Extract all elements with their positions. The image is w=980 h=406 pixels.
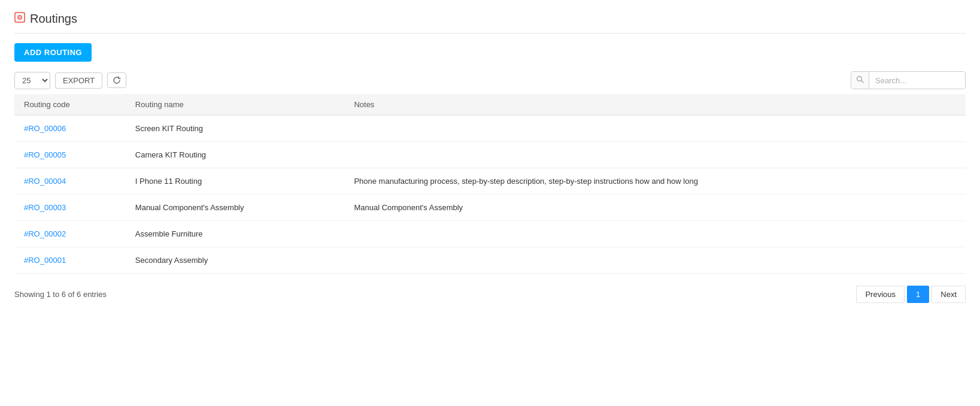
notes-cell: Manual Component's Assembly [344,195,966,221]
table-header-row: Routing code Routing name Notes [14,94,966,116]
showing-text: Showing 1 to 6 of 6 entries [14,290,107,299]
table-header: Routing code Routing name Notes [14,94,966,116]
refresh-icon [113,76,121,84]
table-row: #RO_00004I Phone 11 RoutingPhone manufac… [14,168,966,195]
page-1-button[interactable]: 1 [907,286,929,303]
col-routing-code: Routing code [14,94,126,116]
routing-name-cell: Secondary Assembly [126,247,345,274]
pagination: Previous 1 Next [856,286,966,303]
svg-point-2 [19,17,20,18]
routing-code-link[interactable]: #RO_00002 [24,229,66,238]
table-row: #RO_00001Secondary Assembly [14,247,966,274]
search-container [851,71,966,89]
search-input[interactable] [869,72,965,89]
routing-name-cell: Camera KIT Routing [126,142,345,168]
data-table: Routing code Routing name Notes #RO_0000… [14,94,966,274]
col-routing-name: Routing name [126,94,345,116]
previous-button[interactable]: Previous [856,286,905,303]
routing-code-cell: #RO_00002 [14,221,126,247]
routing-code-link[interactable]: #RO_00005 [24,150,66,159]
table-controls: 25 10 50 100 EXPORT [14,71,966,89]
table-row: #RO_00002Assemble Furniture [14,221,966,247]
refresh-button[interactable] [107,72,126,88]
routing-name-cell: Assemble Furniture [126,221,345,247]
routing-code-cell: #RO_00004 [14,168,126,195]
notes-cell [344,142,966,168]
add-routing-button[interactable]: ADD ROUTING [14,43,92,62]
page-header: Routings [14,12,966,34]
col-notes: Notes [344,94,966,116]
routings-icon [14,12,25,26]
export-button[interactable]: EXPORT [55,72,102,89]
routing-code-link[interactable]: #RO_00004 [24,177,66,186]
table-controls-left: 25 10 50 100 EXPORT [14,72,126,89]
routing-code-cell: #RO_00001 [14,247,126,274]
routing-code-cell: #RO_00003 [14,195,126,221]
routing-code-link[interactable]: #RO_00001 [24,256,66,265]
table-row: #RO_00006Screen KIT Routing [14,116,966,142]
next-button[interactable]: Next [932,286,966,303]
notes-cell: Phone manufacturing process, step-by-ste… [344,168,966,195]
notes-cell [344,116,966,142]
routing-name-cell: Screen KIT Routing [126,116,345,142]
table-body: #RO_00006Screen KIT Routing#RO_00005Came… [14,116,966,274]
notes-cell [344,247,966,274]
search-icon [851,72,869,89]
table-footer: Showing 1 to 6 of 6 entries Previous 1 N… [14,286,966,303]
routing-code-cell: #RO_00006 [14,116,126,142]
routing-name-cell: Manual Component's Assembly [126,195,345,221]
table-row: #RO_00005Camera KIT Routing [14,142,966,168]
routing-code-cell: #RO_00005 [14,142,126,168]
page-title: Routings [30,12,77,26]
table-row: #RO_00003Manual Component's AssemblyManu… [14,195,966,221]
routing-code-link[interactable]: #RO_00003 [24,203,66,212]
notes-cell [344,221,966,247]
routing-code-link[interactable]: #RO_00006 [24,124,66,133]
toolbar: ADD ROUTING [14,43,966,62]
per-page-select[interactable]: 25 10 50 100 [14,72,50,89]
svg-line-4 [861,81,864,83]
routing-name-cell: I Phone 11 Routing [126,168,345,195]
